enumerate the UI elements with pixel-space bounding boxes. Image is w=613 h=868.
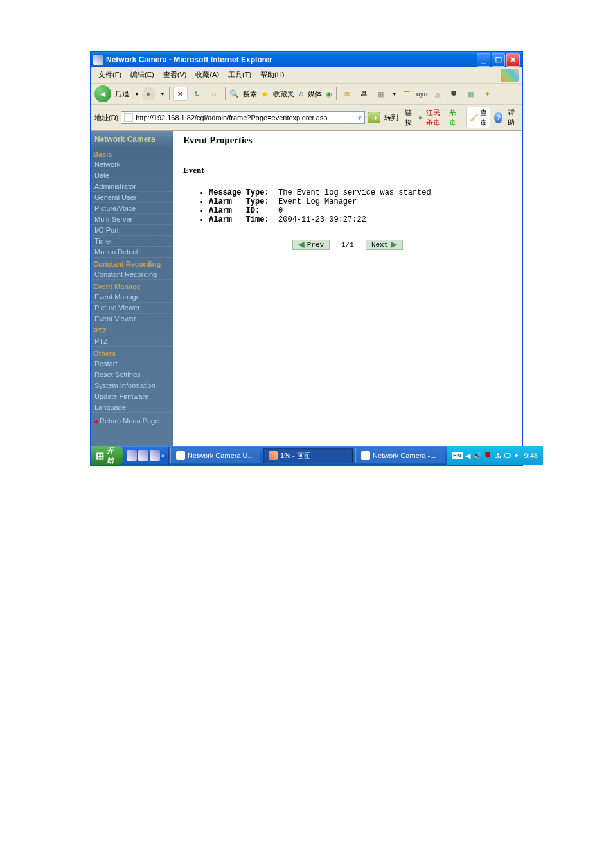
ql-ie-icon[interactable] xyxy=(127,450,137,461)
extra-button-4[interactable]: ✦ xyxy=(481,87,495,101)
sidebar-return-link[interactable]: Return Menu Page xyxy=(91,413,173,429)
menu-file[interactable]: 文件(F) xyxy=(94,69,125,82)
minimize-button[interactable]: _ xyxy=(477,53,490,67)
maximize-button[interactable]: ❐ xyxy=(492,53,505,67)
oyo-icon[interactable]: oyo xyxy=(416,91,428,98)
address-url: http://192.168.1.82/cgi/admin/frame?Page… xyxy=(136,114,327,121)
prev-button[interactable]: Prev xyxy=(292,240,330,250)
favorites-label[interactable]: 收藏夹 xyxy=(272,89,296,99)
home-button[interactable]: ⌂ xyxy=(207,87,221,101)
sidebar-item-timer[interactable]: Timer xyxy=(91,236,173,247)
page-icon xyxy=(124,113,133,122)
menu-help[interactable]: 帮助(H) xyxy=(256,69,288,82)
back-dropdown-icon[interactable]: ▼ xyxy=(134,91,139,97)
tray-lang-icon[interactable]: EN xyxy=(452,452,463,459)
sidebar-section-constant-recording: Constant Recording xyxy=(91,258,173,269)
sidebar-item-picture-viewer[interactable]: Picture Viewer xyxy=(91,303,173,314)
forward-dropdown-icon[interactable]: ▼ xyxy=(160,91,165,97)
taskbar-item[interactable]: 1% - 画图 xyxy=(263,448,353,463)
back-button[interactable]: ◄ xyxy=(94,85,111,102)
tray-display-icon[interactable]: 🖵 xyxy=(504,452,511,459)
window-controls: _ ❐ ✕ xyxy=(477,53,520,67)
address-dropdown-icon[interactable]: ▾ xyxy=(358,114,362,122)
help-button[interactable]: ? xyxy=(494,112,502,123)
sidebar-item-update-firmware[interactable]: Update Firmware xyxy=(91,391,173,402)
tray-sound-icon[interactable]: 🔊 xyxy=(473,452,482,460)
tray-network-icon[interactable]: 🖧 xyxy=(494,452,501,459)
menu-edit[interactable]: 编辑(E) xyxy=(127,69,158,82)
extra-button-1[interactable]: ◬ xyxy=(431,87,445,101)
sidebar-item-io-port[interactable]: I/O Port xyxy=(91,225,173,236)
search-icon[interactable] xyxy=(229,89,239,98)
start-button[interactable]: 开始 xyxy=(91,446,123,465)
close-button[interactable]: ✕ xyxy=(506,53,520,67)
sidebar-item-motion-detect[interactable]: Motion Detect xyxy=(91,247,173,258)
edit-button[interactable]: ▦ xyxy=(374,87,388,101)
taskbar-item[interactable]: Network Camera U... xyxy=(170,448,260,463)
antivirus-link-2[interactable]: 杀毒 xyxy=(449,108,459,127)
scan-button[interactable]: 🧹 查毒 xyxy=(466,107,490,128)
toolbar-separator xyxy=(169,87,170,100)
sidebar-item-restart[interactable]: Restart xyxy=(91,359,173,369)
address-input[interactable]: http://192.168.1.82/cgi/admin/frame?Page… xyxy=(121,111,365,124)
sidebar-item-event-manage[interactable]: Event Manage xyxy=(91,292,173,303)
sidebar-item-ptz[interactable]: PTZ xyxy=(91,336,173,347)
tray-misc-icon[interactable]: ✦ xyxy=(513,452,519,460)
sidebar-item-reset-settings[interactable]: Reset Settings xyxy=(91,369,173,380)
back-label[interactable]: 后退 xyxy=(114,89,130,99)
pager: Prev 1/1 Next xyxy=(183,240,512,250)
mail-button[interactable]: ✉ xyxy=(341,87,355,101)
history-icon[interactable] xyxy=(326,90,332,98)
system-tray: EN ◀ 🔊 ⛊ 🖧 🖵 ✦ 9:48 xyxy=(447,446,543,465)
sidebar-item-administrator[interactable]: Administrator xyxy=(91,181,173,192)
links-label[interactable]: 链接 xyxy=(405,108,414,127)
menu-bar: 文件(F) 编辑(E) 查看(V) 收藏(A) 工具(T) 帮助(H) xyxy=(91,67,522,84)
forward-button[interactable]: ► xyxy=(142,87,156,101)
sidebar-title: Network Camera xyxy=(91,131,173,148)
menu-favorites[interactable]: 收藏(A) xyxy=(191,69,223,82)
main-pane: Event Properties Event Message Type: The… xyxy=(173,131,522,446)
discuss-button[interactable]: ☰ xyxy=(400,87,414,101)
taskbar: 开始 » Network Camera U... 1% - 画图 Network… xyxy=(91,446,522,465)
taskbar-item[interactable]: Network Camera -... xyxy=(355,448,445,463)
ql-desktop-icon[interactable] xyxy=(138,450,148,461)
refresh-button[interactable]: ↻ xyxy=(190,87,204,101)
sidebar: Network Camera Basic Network Date Admini… xyxy=(91,131,173,446)
next-button[interactable]: Next xyxy=(366,240,403,250)
title-bar: Network Camera - Microsoft Internet Expl… xyxy=(91,52,522,67)
stop-button[interactable]: ✕ xyxy=(173,87,188,101)
search-label[interactable]: 搜索 xyxy=(242,89,258,99)
sidebar-item-network[interactable]: Network xyxy=(91,159,173,170)
go-button[interactable]: ➔ xyxy=(368,112,380,123)
event-row: Alarm Type: Event Log Manager xyxy=(209,197,512,206)
sidebar-item-event-viewer[interactable]: Event Viewer xyxy=(91,314,173,324)
tray-clock[interactable]: 9:48 xyxy=(524,452,538,459)
sidebar-section-basic: Basic xyxy=(91,148,173,159)
sidebar-item-picture-voice[interactable]: Picture/Voice xyxy=(91,203,173,214)
toolbar-separator xyxy=(336,87,337,100)
sidebar-item-system-information[interactable]: System Information xyxy=(91,380,173,391)
sidebar-item-language[interactable]: Language xyxy=(91,402,173,413)
extra-button-3[interactable]: ▦ xyxy=(464,87,478,101)
tray-icon[interactable]: ◀ xyxy=(465,452,470,460)
ql-app-icon[interactable] xyxy=(150,450,160,461)
address-bar: 地址(D) http://192.168.1.82/cgi/admin/fram… xyxy=(91,105,522,131)
sidebar-item-general-user[interactable]: General User xyxy=(91,192,173,203)
edit-dropdown-icon[interactable]: ▼ xyxy=(392,91,397,97)
event-row: Alarm ID: 0 xyxy=(209,206,512,215)
antivirus-link-1[interactable]: 江民杀毒 xyxy=(426,108,445,127)
print-button[interactable]: 🖶 xyxy=(357,87,371,101)
sidebar-item-constant-recording[interactable]: Constant Recording xyxy=(91,269,173,280)
sidebar-item-date[interactable]: Date xyxy=(91,170,173,181)
menu-view[interactable]: 查看(V) xyxy=(159,69,191,82)
media-icon[interactable] xyxy=(298,89,304,98)
menu-tools[interactable]: 工具(T) xyxy=(224,69,255,82)
window-title: Network Camera - Microsoft Internet Expl… xyxy=(106,55,477,64)
tray-antivirus-icon[interactable]: ⛊ xyxy=(484,452,492,459)
favorites-icon[interactable] xyxy=(261,89,269,99)
go-label[interactable]: 转到 xyxy=(383,113,400,123)
sidebar-item-multi-server[interactable]: Multi-Server xyxy=(91,214,173,225)
extra-button-2[interactable]: ⛊ xyxy=(447,87,461,101)
help-label[interactable]: 帮助 xyxy=(506,108,519,127)
media-label[interactable]: 媒体 xyxy=(306,89,323,99)
